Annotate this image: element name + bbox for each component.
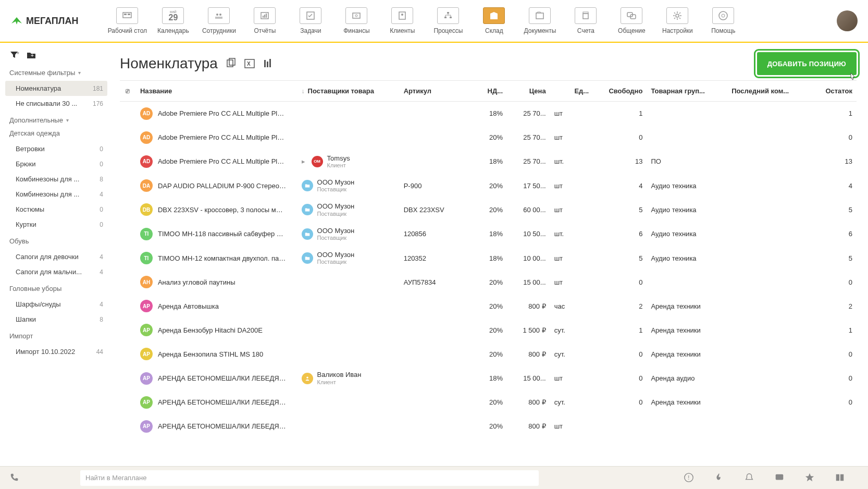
item-badge: TI [140, 228, 153, 240]
nav-settings[interactable]: Настройки [654, 7, 700, 34]
price: 25 70... [507, 126, 550, 150]
sidebar-item[interactable]: Сапоги для мальчи...4 [5, 264, 107, 279]
nav-label: Общение [618, 27, 646, 34]
global-search[interactable]: Найти в Мегаплане [80, 470, 539, 486]
column-header[interactable]: Артикул [400, 81, 464, 102]
nav-warehouse[interactable]: Склад [471, 7, 517, 34]
free: 0 [593, 270, 647, 294]
footer-bar: Найти в Мегаплане ! [0, 466, 868, 489]
column-header[interactable]: Товарная груп... [647, 81, 727, 102]
column-header[interactable]: Свободно [593, 81, 647, 102]
column-header[interactable]: Ед... [550, 81, 593, 102]
columns-icon[interactable] [263, 58, 274, 69]
table-row[interactable]: АРАРЕНДА БЕТОНОМЕШАЛКИ ЛЕБЕДЯНЬ ...Валик… [120, 366, 857, 390]
svg-rect-5 [215, 17, 222, 19]
comment [727, 318, 808, 342]
group: Аренда техники [647, 342, 727, 366]
bell-icon[interactable] [744, 472, 755, 484]
table-row[interactable]: TITIMOO MH-12 компактная двухпол. пасс..… [120, 246, 857, 270]
sidebar-item[interactable]: Комбинезоны для ...8 [5, 172, 107, 187]
add-position-button[interactable]: ДОБАВИТЬ ПОЗИЦИЮ [757, 52, 857, 75]
item-name: Adobe Premiere Pro CC ALL Multiple Platf… [158, 157, 286, 165]
message-icon[interactable] [774, 472, 786, 484]
sidebar-item[interactable]: Не списывали 30 ...176 [5, 96, 107, 111]
article [400, 294, 464, 318]
column-header[interactable]: Цена [507, 81, 550, 102]
nav-processes[interactable]: Процессы [425, 7, 471, 34]
nav-help[interactable]: Помощь [700, 7, 746, 34]
alert-icon[interactable]: ! [684, 472, 695, 484]
star-icon[interactable] [804, 472, 816, 484]
sidebar-item[interactable]: Шапки8 [5, 312, 107, 327]
company-icon: OM [312, 156, 323, 167]
book-icon[interactable] [835, 472, 846, 484]
nav-tasks[interactable]: Задачи [288, 7, 333, 34]
svg-rect-8 [264, 15, 265, 18]
nav-calendar[interactable]: май29Календарь [150, 7, 196, 34]
svg-rect-15 [447, 12, 449, 14]
nav-reports[interactable]: Отчёты [242, 7, 288, 34]
sidebar-item-count: 0 [100, 206, 103, 213]
column-settings-icon[interactable]: ⎚ [126, 87, 130, 95]
column-header[interactable]: ↓Поставщики товара [297, 81, 400, 102]
table-row[interactable]: DBDBX 223XSV - кроссовер, 3 полосы моно-… [120, 198, 857, 222]
nav-invoices[interactable]: Счета [563, 7, 609, 34]
nav-finance[interactable]: Финансы [333, 7, 379, 34]
table-row[interactable]: АРАРЕНДА БЕТОНОМЕШАЛКИ ЛЕБЕДЯНЬ ...20%80… [120, 390, 857, 414]
nav-label: Счета [577, 27, 594, 34]
avatar[interactable] [837, 10, 858, 31]
table-row[interactable]: АРАренда Бензобур Hitachi DA200E20%1 500… [120, 318, 857, 342]
table-row[interactable]: DADAP AUDIO PALLADIUM P-900 Стерео уси..… [120, 174, 857, 198]
sidebar-item[interactable]: Сапоги для девочки4 [5, 249, 107, 264]
sidebar-group-title[interactable]: Головные уборы [9, 285, 103, 292]
folder-add-icon[interactable]: + [26, 50, 36, 60]
nav-desktop[interactable]: Рабочий стол [104, 7, 150, 34]
sidebar-group-title[interactable]: Обувь [9, 237, 103, 245]
filter-add-icon[interactable]: + [9, 50, 20, 60]
table-row[interactable]: АНАнализ угловой паутиныАУП5783420%15 00… [120, 270, 857, 294]
logo[interactable]: МЕГАПЛАН [10, 16, 78, 27]
sidebar-item[interactable]: Ветровки0 [5, 141, 107, 156]
sidebar-item[interactable]: Импорт 10.10.202244 [5, 344, 107, 359]
free: 5 [593, 246, 647, 270]
sidebar-item[interactable]: Шарфы/снуды4 [5, 297, 107, 312]
table-row[interactable]: АРАренда Бензопила STIHL MS 18020%800 ₽с… [120, 342, 857, 366]
sidebar-item[interactable]: Брюки0 [5, 156, 107, 172]
fire-icon[interactable] [714, 472, 725, 484]
table-row[interactable]: ADAdobe Premiere Pro CC ALL Multiple Pla… [120, 102, 857, 126]
excel-icon[interactable]: X [244, 58, 255, 69]
supplier-cell: ООО МузонПоставщик [302, 203, 395, 216]
unit: сут. [550, 342, 593, 366]
nav-employees[interactable]: Сотрудники [196, 7, 242, 34]
sidebar-item[interactable]: Номенклатура181 [5, 81, 107, 96]
sidebar-group-title[interactable]: Импорт [9, 332, 103, 340]
table-row[interactable]: АРАренда Автовышка20%800 ₽час2Аренда тех… [120, 294, 857, 318]
table-row[interactable]: TITIMOO MH-118 пассивный сабвуфер 18 ",.… [120, 222, 857, 246]
nav-documents[interactable]: Документы [517, 7, 563, 34]
table-row[interactable]: АРАРЕНДА БЕТОНОМЕШАЛКИ ЛЕБЕДЯНЬ ...20%80… [120, 414, 857, 438]
stock [808, 414, 857, 438]
column-header[interactable]: Остаток [808, 81, 857, 102]
table-wrap[interactable]: ⎚Название↓Поставщики товараАртикулНД...Ц… [120, 80, 857, 466]
sidebar-group-title[interactable]: Дополнительные ▾ [9, 116, 103, 124]
phone-icon[interactable] [9, 472, 21, 484]
sidebar-item-count: 8 [100, 316, 103, 323]
table-row[interactable]: ADAdobe Premiere Pro CC ALL Multiple Pla… [120, 126, 857, 150]
column-header[interactable]: НД... [464, 81, 507, 102]
svg-rect-11 [353, 13, 360, 18]
nav-clients[interactable]: Клиенты [379, 7, 425, 34]
item-badge: AD [140, 131, 153, 144]
column-header[interactable]: Последний ком... [727, 81, 808, 102]
sidebar-item[interactable]: Костюмы0 [5, 202, 107, 217]
sidebar-item[interactable]: Куртки0 [5, 217, 107, 232]
column-header[interactable]: ⎚ [120, 81, 136, 102]
table-row[interactable]: ADAdobe Premiere Pro CC ALL Multiple Pla… [120, 150, 857, 174]
copy-icon[interactable] [225, 58, 237, 69]
unit: шт [550, 246, 593, 270]
sidebar-item[interactable]: Комбинезоны для ...4 [5, 187, 107, 202]
nav-chat[interactable]: Общение [609, 7, 654, 34]
sidebar-group-title[interactable]: Детская одежда [9, 129, 103, 137]
column-header[interactable]: Название [136, 81, 297, 102]
sidebar-group-title[interactable]: Системные фильтры ▾ [9, 69, 103, 77]
svg-rect-30 [229, 58, 235, 65]
